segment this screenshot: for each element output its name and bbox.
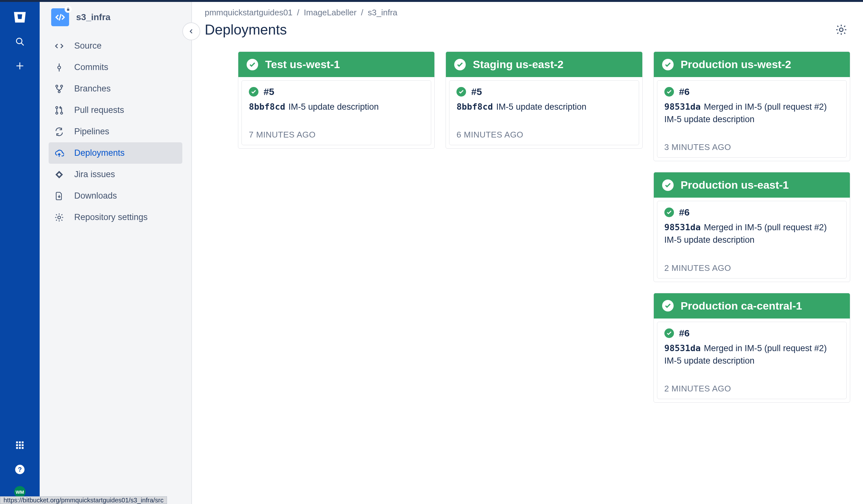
check-icon	[249, 87, 259, 97]
svg-point-14	[61, 85, 62, 87]
sidebar-collapse-button[interactable]	[182, 22, 200, 40]
sidebar-item-deployments[interactable]: Deployments	[49, 142, 182, 164]
env-body[interactable]: #698531daMerged in IM-5 (pull request #2…	[657, 201, 847, 278]
sidebar-item-label: Source	[74, 41, 102, 51]
svg-rect-3	[22, 441, 24, 443]
user-avatar[interactable]: WM	[14, 486, 26, 497]
env-column: Staging us-east-2#58bbf8cdIM-5 update de…	[446, 51, 642, 403]
svg-point-18	[61, 112, 62, 114]
env-card: Staging us-east-2#58bbf8cdIM-5 update de…	[446, 51, 642, 149]
svg-rect-7	[16, 447, 18, 449]
sidebar-item-branches[interactable]: Branches	[49, 78, 182, 99]
commit-hash: 98531da	[664, 343, 701, 353]
env-body[interactable]: #698531daMerged in IM-5 (pull request #2…	[657, 322, 847, 399]
svg-rect-5	[19, 444, 21, 446]
app-switcher-icon[interactable]	[12, 438, 27, 453]
breadcrumb-link[interactable]: s3_infra	[368, 8, 398, 17]
svg-rect-9	[22, 447, 24, 449]
create-icon[interactable]	[12, 58, 27, 74]
check-icon	[662, 179, 674, 191]
svg-text:?: ?	[18, 466, 22, 473]
check-icon	[662, 59, 674, 70]
commit-hash: 8bbf8cd	[456, 102, 493, 112]
deployments-settings-button[interactable]	[832, 21, 850, 39]
commit-row: 98531daMerged in IM-5 (pull request #2) …	[664, 100, 839, 126]
svg-rect-4	[16, 444, 18, 446]
env-name: Production us-west-2	[681, 58, 791, 71]
downloads-icon	[54, 191, 64, 201]
sidebar: s3_infra Source Commits Branches Pull re…	[40, 2, 192, 504]
sidebar-item-label: Downloads	[74, 191, 117, 201]
env-name: Production us-east-1	[681, 179, 789, 191]
deploy-time: 3 MINUTES AGO	[664, 142, 839, 152]
repo-header[interactable]: s3_infra	[49, 8, 182, 26]
breadcrumb-link[interactable]: pmmquickstartguides01	[205, 8, 293, 17]
build-row: #6	[664, 86, 839, 97]
sidebar-item-label: Pull requests	[74, 105, 124, 115]
sidebar-item-label: Commits	[74, 62, 109, 72]
sidebar-item-jira[interactable]: Jira issues	[49, 164, 182, 185]
env-header[interactable]: Staging us-east-2	[446, 52, 642, 77]
sidebar-nav: Source Commits Branches Pull requests Pi…	[49, 35, 182, 228]
gear-icon	[54, 213, 64, 222]
help-icon[interactable]: ?	[12, 462, 27, 477]
build-row: #5	[249, 86, 424, 97]
svg-point-13	[56, 85, 58, 87]
env-column: Production us-west-2#698531daMerged in I…	[653, 51, 850, 403]
svg-point-0	[16, 38, 22, 43]
env-card: Production us-east-1#698531daMerged in I…	[653, 172, 850, 282]
code-icon	[54, 41, 64, 51]
deploy-time: 2 MINUTES AGO	[664, 263, 839, 273]
env-card: Production us-west-2#698531daMerged in I…	[653, 51, 850, 161]
commit-row: 8bbf8cdIM-5 update description	[249, 100, 424, 113]
env-header[interactable]: Test us-west-1	[238, 52, 434, 77]
svg-point-17	[56, 112, 58, 114]
env-name: Test us-west-1	[265, 58, 340, 71]
env-card: Production ca-central-1#698531daMerged i…	[653, 293, 850, 403]
build-number: #6	[679, 86, 690, 97]
sidebar-item-pull-requests[interactable]: Pull requests	[49, 99, 182, 121]
sidebar-item-label: Repository settings	[74, 212, 148, 222]
commit-hash: 98531da	[664, 222, 701, 232]
build-number: #5	[264, 86, 274, 97]
sidebar-item-source[interactable]: Source	[49, 35, 182, 56]
svg-rect-8	[19, 447, 21, 449]
env-body[interactable]: #58bbf8cdIM-5 update description6 MINUTE…	[449, 80, 639, 145]
check-icon	[454, 59, 466, 70]
sidebar-item-pipelines[interactable]: Pipelines	[49, 121, 182, 142]
deployments-icon	[54, 148, 64, 158]
env-header[interactable]: Production us-west-2	[654, 52, 850, 77]
env-name: Production ca-central-1	[681, 300, 802, 312]
bitbucket-logo[interactable]	[12, 10, 27, 25]
sidebar-item-commits[interactable]: Commits	[49, 56, 182, 78]
breadcrumb-link[interactable]: ImageLabeller	[304, 8, 357, 17]
build-number: #6	[679, 207, 690, 218]
check-icon	[664, 207, 674, 217]
svg-rect-2	[19, 441, 21, 443]
sidebar-item-label: Deployments	[74, 148, 125, 158]
svg-point-12	[58, 66, 61, 69]
sidebar-item-label: Pipelines	[74, 127, 109, 137]
env-body[interactable]: #58bbf8cdIM-5 update description7 MINUTE…	[241, 80, 431, 145]
repo-avatar	[51, 8, 69, 26]
commits-icon	[54, 63, 64, 72]
deploy-time: 6 MINUTES AGO	[456, 130, 631, 140]
global-nav: ? WM	[0, 2, 40, 504]
build-number: #6	[679, 328, 690, 339]
check-icon	[456, 87, 466, 97]
browser-status-bar: https://bitbucket.org/pmmquickstartguide…	[0, 496, 167, 504]
env-header[interactable]: Production us-east-1	[654, 172, 850, 198]
svg-rect-1	[16, 441, 18, 443]
env-header[interactable]: Production ca-central-1	[654, 293, 850, 318]
search-icon[interactable]	[12, 34, 27, 49]
check-icon	[662, 300, 674, 312]
commit-row: 8bbf8cdIM-5 update description	[456, 100, 631, 113]
env-column: Test us-west-1#58bbf8cdIM-5 update descr…	[238, 51, 435, 403]
svg-point-15	[58, 90, 60, 92]
breadcrumbs: pmmquickstartguides01 / ImageLabeller / …	[205, 8, 850, 17]
sidebar-item-downloads[interactable]: Downloads	[49, 185, 182, 206]
branches-icon	[54, 84, 64, 94]
sidebar-item-settings[interactable]: Repository settings	[49, 206, 182, 228]
jira-icon	[54, 170, 64, 179]
env-body[interactable]: #698531daMerged in IM-5 (pull request #2…	[657, 80, 847, 158]
